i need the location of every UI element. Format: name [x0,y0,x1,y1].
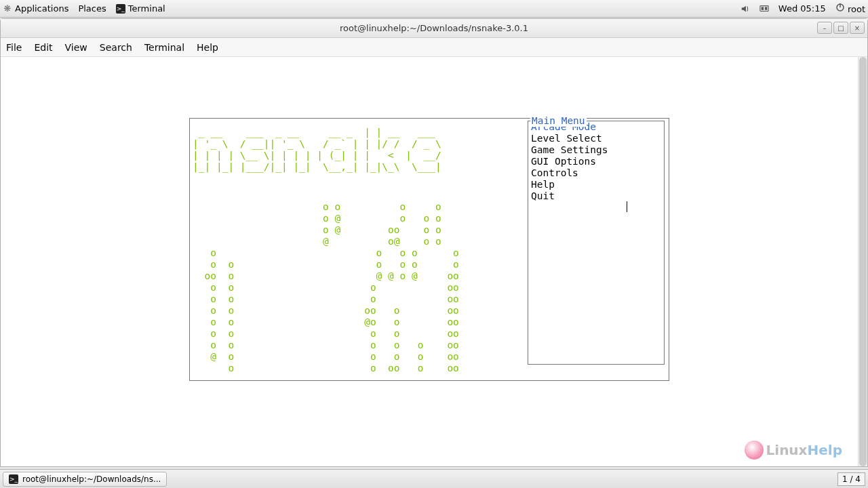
menu-view[interactable]: View [65,42,87,53]
bottom-taskbar: >_ root@linuxhelp:~/Downloads/ns... 1 / … [0,469,868,488]
menu-item-game-settings[interactable]: Game Settings [531,144,661,156]
game-border: _ __ ___ _ __ __ _ | | __ ___ | '_ \ / _… [189,118,669,381]
user-label: root [848,4,865,14]
watermark-linux: Linux [766,442,808,458]
menu-search[interactable]: Search [100,42,132,53]
power-icon [835,3,845,12]
workspace-label: 1 / 4 [842,474,861,484]
menubar: File Edit View Search Terminal Help [1,38,867,57]
active-app-label: Terminal [128,3,165,14]
terminal-icon: >_ [9,474,18,484]
main-menu-box: Main Menu Arcade ModeLevel SelectGame Se… [528,121,665,365]
menu-title: Main Menu [530,115,587,127]
linuxhelp-watermark: LinuxHelp [745,441,842,460]
terminal-content[interactable]: _ __ ___ _ __ __ _ | | __ ___ | '_ \ / _… [1,57,867,466]
svg-rect-1 [761,7,764,9]
snake-animation: o o o o o @ o o o o @ oo o o @ o@ o o o … [193,201,459,374]
volume-icon[interactable] [741,4,750,14]
text-cursor [627,201,627,212]
linuxhelp-orb-icon [745,441,764,460]
places-menu[interactable]: Places [78,3,106,14]
network-icon[interactable] [760,4,769,14]
taskbar-task-terminal[interactable]: >_ root@linuxhelp:~/Downloads/ns... [3,472,167,487]
user-menu[interactable]: root [835,3,865,14]
scrollbar-thumb[interactable] [859,57,867,466]
top-panel: ❋ Applications Places >_ Terminal Wed 05… [0,0,868,18]
menu-item-help[interactable]: Help [531,179,661,190]
menu-help[interactable]: Help [197,42,218,53]
applications-label: Applications [15,3,68,14]
applications-menu[interactable]: ❋ Applications [3,3,68,14]
menu-item-gui-options[interactable]: GUI Options [531,156,661,167]
minimize-button[interactable]: – [817,22,832,34]
menu-item-quit[interactable]: Quit [531,190,661,202]
close-button[interactable]: × [850,22,865,34]
titlebar[interactable]: root@linuxhelp:~/Downloads/nsnake-3.0.1 … [1,19,867,38]
terminal-window: root@linuxhelp:~/Downloads/nsnake-3.0.1 … [0,18,868,467]
places-label: Places [78,3,106,14]
workspace-switcher[interactable]: 1 / 4 [837,472,865,486]
gnome-foot-icon: ❋ [3,4,12,14]
menu-edit[interactable]: Edit [34,42,52,53]
task-label: root@linuxhelp:~/Downloads/ns... [22,474,161,484]
menu-terminal[interactable]: Terminal [144,42,184,53]
svg-rect-2 [765,7,768,9]
maximize-button[interactable]: □ [833,22,848,34]
terminal-icon: >_ [116,4,125,14]
menu-file[interactable]: File [6,42,22,53]
scrollbar[interactable] [858,57,867,466]
menu-item-level-select[interactable]: Level Select [531,133,661,144]
watermark-help: Help [808,442,842,458]
nsnake-logo: _ __ ___ _ __ __ _ | | __ ___ | '_ \ / _… [193,127,441,173]
window-title: root@linuxhelp:~/Downloads/nsnake-3.0.1 [340,23,528,33]
active-app-indicator[interactable]: >_ Terminal [116,3,165,14]
menu-item-controls[interactable]: Controls [531,167,661,179]
clock[interactable]: Wed 05:15 [778,3,826,14]
